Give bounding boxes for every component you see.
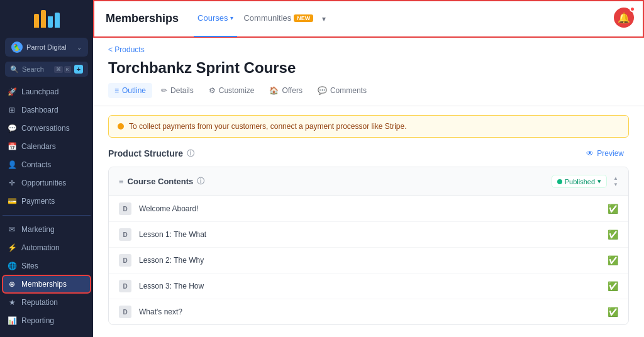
offers-icon: 🏠 — [269, 86, 279, 95]
opportunities-icon: ✛ — [8, 179, 16, 187]
details-label: Details — [170, 86, 194, 95]
lesson-title: Welcome Aboard! — [139, 204, 608, 213]
automation-icon: ⚡ — [8, 243, 16, 252]
header-tabs: Courses ▾ Communities New ▾ — [194, 0, 326, 37]
preview-icon: 👁 — [586, 149, 594, 158]
sidebar-label-automation: Automation — [21, 243, 60, 252]
notification-button[interactable]: 🔔 — [614, 8, 634, 28]
outline-icon: ≡ — [114, 86, 119, 95]
conversations-icon: 💬 — [8, 124, 16, 133]
account-selector[interactable]: 🦜 Parrot Digital ⌄ — [5, 38, 88, 57]
lesson-type-badge: D — [119, 202, 131, 215]
notification-area: 🔔 — [614, 8, 634, 28]
sidebar-item-reporting[interactable]: 📊 Reporting — [3, 312, 91, 329]
course-contents-label: Course Contents — [128, 177, 194, 186]
reporting-icon: 📊 — [8, 316, 16, 325]
published-badge[interactable]: Published ▾ — [552, 175, 607, 188]
tab-communities[interactable]: Communities New — [240, 0, 317, 37]
sub-tab-comments[interactable]: 💬 Comments — [311, 83, 373, 98]
section-title: Product Structure ⓘ — [108, 148, 194, 159]
sidebar-label-sites: Sites — [21, 262, 38, 270]
product-structure-info-icon: ⓘ — [187, 148, 194, 159]
product-structure-section: Product Structure ⓘ 👁 Preview ≡ Course C… — [108, 146, 629, 325]
lesson-row[interactable]: D Lesson 1: The What ✅ — [109, 222, 628, 248]
lesson-row[interactable]: D Lesson 2: The Why ✅ — [109, 248, 628, 273]
lesson-row[interactable]: D Welcome Aboard! ✅ — [109, 196, 628, 222]
sidebar-item-reputation[interactable]: ★ Reputation — [3, 294, 91, 311]
comments-icon: 💬 — [318, 86, 327, 95]
sidebar: 🦜 Parrot Digital ⌄ 🔍 Search ⌘ K + 🚀 Laun… — [0, 0, 93, 337]
sidebar-label-marketing: Marketing — [21, 225, 55, 234]
sidebar-item-conversations[interactable]: 💬 Conversations — [3, 119, 91, 137]
payments-icon: 💳 — [8, 197, 16, 206]
sidebar-item-automation[interactable]: ⚡ Automation — [3, 239, 91, 257]
sidebar-logo — [0, 0, 93, 38]
sub-tabs: ≡ Outline ✏ Details ⚙ Customize 🏠 Offers… — [93, 83, 644, 106]
tab-courses-chevron: ▾ — [230, 14, 233, 21]
course-actions: Published ▾ ▲ ▼ — [552, 175, 618, 188]
lesson-status-icon: ✅ — [608, 229, 618, 240]
notification-icon: 🔔 — [618, 12, 630, 24]
contacts-icon: 👤 — [8, 160, 16, 169]
sidebar-item-marketing[interactable]: ✉ Marketing — [3, 221, 91, 238]
sidebar-label-contacts: Contacts — [21, 160, 51, 169]
search-bar[interactable]: 🔍 Search ⌘ K + — [5, 62, 88, 77]
tab-communities-label: Communities — [243, 13, 291, 23]
sidebar-nav: 🚀 Launchpad ⊞ Dashboard 💬 Conversations … — [0, 83, 93, 337]
sub-tab-customize[interactable]: ⚙ Customize — [203, 83, 261, 98]
alert-dot — [118, 123, 124, 130]
section-header: Product Structure ⓘ 👁 Preview — [108, 146, 629, 160]
lesson-title: Lesson 3: The How — [139, 282, 608, 290]
sidebar-label-memberships: Memberships — [21, 280, 67, 289]
sort-arrows[interactable]: ▲ ▼ — [613, 175, 618, 187]
sidebar-item-contacts[interactable]: 👤 Contacts — [3, 156, 91, 174]
page-header: Memberships Courses ▾ Communities New ▾ … — [93, 0, 644, 38]
customize-icon: ⚙ — [209, 86, 216, 95]
notification-dot — [630, 6, 635, 12]
marketing-icon: ✉ — [8, 225, 16, 234]
sites-icon: 🌐 — [8, 262, 16, 270]
sidebar-label-opportunities: Opportunities — [21, 179, 66, 187]
preview-button[interactable]: 👁 Preview — [581, 146, 629, 160]
sidebar-label-reputation: Reputation — [21, 298, 58, 307]
published-label: Published — [565, 178, 595, 185]
preview-label: Preview — [597, 149, 624, 158]
course-contents-title: ≡ Course Contents ⓘ — [119, 176, 204, 187]
lesson-title: What's next? — [139, 307, 608, 316]
header-title: Memberships — [106, 12, 179, 25]
breadcrumb[interactable]: Products — [93, 38, 644, 57]
sidebar-item-launchpad[interactable]: 🚀 Launchpad — [3, 83, 91, 101]
tab-courses[interactable]: Courses ▾ — [194, 0, 237, 37]
sidebar-item-sites[interactable]: 🌐 Sites — [3, 257, 91, 275]
sidebar-label-conversations: Conversations — [21, 124, 70, 133]
sub-tab-offers[interactable]: 🏠 Offers — [263, 83, 308, 98]
logo-bar-1 — [34, 14, 39, 28]
sidebar-item-memberships[interactable]: ⊕ Memberships — [3, 275, 91, 293]
lesson-row[interactable]: D What's next? ✅ — [109, 299, 628, 324]
lesson-type-badge: D — [119, 306, 131, 318]
page-body: Products Torchbankz Sprint Course ≡ Outl… — [93, 38, 644, 337]
drag-icon: ≡ — [119, 177, 124, 186]
nav-divider-1 — [3, 215, 91, 216]
sidebar-label-payments: Payments — [21, 197, 55, 206]
sub-tab-outline[interactable]: ≡ Outline — [108, 83, 152, 98]
sidebar-item-dashboard[interactable]: ⊞ Dashboard — [3, 101, 91, 119]
search-placeholder: Search — [22, 65, 51, 73]
logo-bar-3 — [48, 16, 53, 28]
sidebar-item-payments[interactable]: 💳 Payments — [3, 192, 91, 210]
sort-down-icon: ▼ — [613, 182, 618, 187]
alert-text: To collect payments from your customers,… — [129, 122, 407, 131]
sort-up-icon: ▲ — [613, 175, 618, 181]
shortcut-k: K — [64, 66, 71, 73]
sub-tab-details[interactable]: ✏ Details — [155, 83, 200, 98]
search-add-button[interactable]: + — [74, 65, 83, 74]
sidebar-label-launchpad: Launchpad — [21, 87, 58, 96]
more-chevron-icon[interactable]: ▾ — [322, 14, 326, 23]
sidebar-item-opportunities[interactable]: ✛ Opportunities — [3, 174, 91, 192]
logo-bar-4 — [55, 13, 60, 28]
lesson-row[interactable]: D Lesson 3: The How ✅ — [109, 273, 628, 299]
comments-label: Comments — [330, 86, 367, 95]
lesson-type-badge: D — [119, 280, 131, 292]
logo-bar-2 — [41, 10, 46, 28]
sidebar-item-calendars[interactable]: 📅 Calendars — [3, 138, 91, 155]
